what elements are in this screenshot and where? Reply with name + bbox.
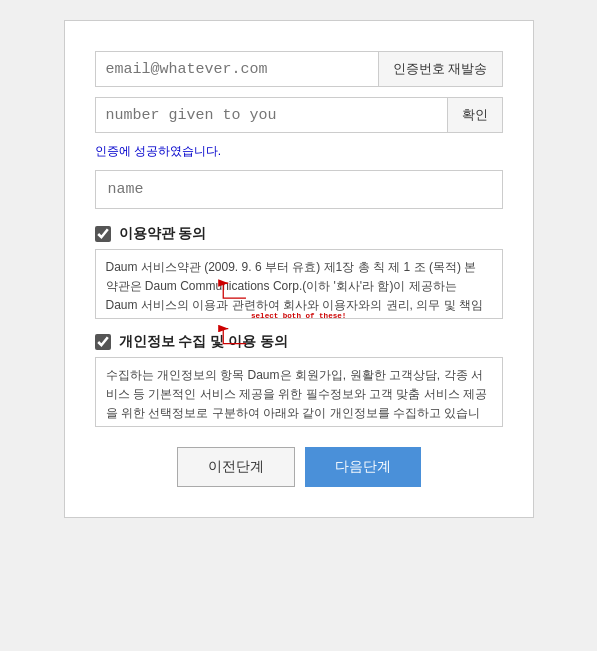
prev-button[interactable]: 이전단계 [177,447,295,487]
privacy-section: 개인정보 수집 및 이용 동의 수집하는 개인정보의 항목 Daum은 회원가입… [95,333,503,427]
next-button[interactable]: 다음단계 [305,447,421,487]
terms-checkbox[interactable] [95,226,111,242]
privacy-label[interactable]: 개인정보 수집 및 이용 동의 [95,333,503,351]
email-input[interactable]: email@whatever.com [96,52,378,86]
terms-content: Daum 서비스약관 (2009. 9. 6 부터 유효) 제1장 총 칙 제 … [106,260,483,319]
agreements-section: 이용약관 동의 Daum 서비스약관 (2009. 9. 6 부터 유효) 제1… [95,225,503,427]
terms-section: 이용약관 동의 Daum 서비스약관 (2009. 9. 6 부터 유효) 제1… [95,225,503,319]
terms-label[interactable]: 이용약관 동의 [95,225,503,243]
number-input[interactable]: number given to you [96,98,447,132]
name-field-wrapper: name [95,170,503,209]
button-row: 이전단계 다음단계 [95,447,503,487]
confirm-button[interactable]: 확인 [447,98,502,132]
name-input[interactable]: name [96,171,502,208]
email-row: email@whatever.com 인증번호 재발송 [95,51,503,87]
privacy-box[interactable]: 수집하는 개인정보의 항목 Daum은 회원가입, 원활한 고객상담, 각종 서… [95,357,503,427]
privacy-label-text: 개인정보 수집 및 이용 동의 [119,333,289,351]
resend-button[interactable]: 인증번호 재발송 [378,52,502,86]
privacy-checkbox[interactable] [95,334,111,350]
success-message: 인증에 성공하였습니다. [95,143,503,160]
privacy-content: 수집하는 개인정보의 항목 Daum은 회원가입, 원활한 고객상담, 각종 서… [106,368,487,427]
terms-box[interactable]: Daum 서비스약관 (2009. 9. 6 부터 유효) 제1장 총 칙 제 … [95,249,503,319]
number-row: number given to you 확인 [95,97,503,133]
terms-label-text: 이용약관 동의 [119,225,207,243]
main-container: email@whatever.com 인증번호 재발송 number given… [64,20,534,518]
